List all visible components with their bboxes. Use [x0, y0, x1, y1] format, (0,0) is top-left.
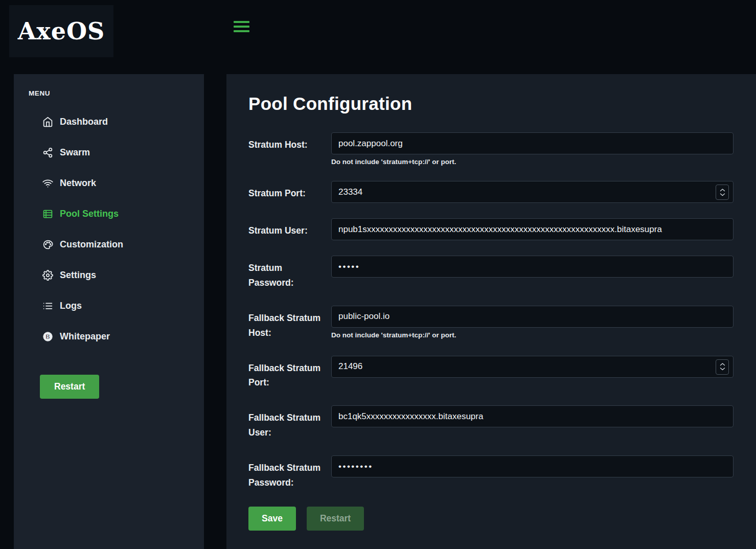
- form-row-stratum-host: Stratum Host: Do not include 'stratum+tc…: [248, 132, 734, 166]
- form-row-fallback-stratum-password: Fallback Stratum Password:: [248, 455, 734, 490]
- field-hint: Do not include 'stratum+tcp://' or port.: [331, 331, 734, 339]
- axeos-app: AxeOS MENU Dashboard Swarm: [0, 0, 756, 549]
- sidebar-item-label: Whitepaper: [60, 331, 110, 342]
- sidebar-item-settings[interactable]: Settings: [14, 260, 204, 290]
- sidebar-restart-button[interactable]: Restart: [40, 375, 99, 399]
- chevron-down-icon: [720, 368, 725, 371]
- sidebar-item-pool-settings[interactable]: Pool Settings: [14, 198, 204, 229]
- page-title: Pool Configuration: [248, 94, 734, 114]
- pool-configuration-form: Stratum Host: Do not include 'stratum+tc…: [248, 132, 734, 531]
- form-row-stratum-user: Stratum User:: [248, 218, 734, 240]
- list-icon: [42, 301, 53, 311]
- field-label: Fallback Stratum Host:: [248, 306, 331, 340]
- sidebar-item-label: Dashboard: [60, 117, 108, 127]
- form-row-fallback-stratum-user: Fallback Stratum User:: [248, 405, 734, 440]
- restart-button[interactable]: Restart: [307, 507, 364, 531]
- chevron-up-icon: [720, 363, 725, 366]
- table-icon: [42, 209, 53, 219]
- sidebar-nav: Dashboard Swarm Network Pool Settings: [14, 106, 204, 352]
- sidebar: MENU Dashboard Swarm Network: [14, 74, 204, 549]
- form-row-fallback-stratum-port: Fallback Stratum Port:: [248, 356, 734, 391]
- main-panel: Pool Configuration Stratum Host: Do not …: [226, 74, 756, 549]
- sidebar-item-label: Logs: [60, 301, 82, 311]
- chevron-down-icon: [720, 193, 725, 196]
- sidebar-item-label: Pool Settings: [60, 209, 119, 219]
- number-stepper[interactable]: [716, 185, 729, 200]
- save-button[interactable]: Save: [248, 507, 296, 531]
- field-label: Stratum User:: [248, 218, 331, 240]
- sidebar-item-label: Settings: [60, 270, 96, 281]
- logo: AxeOS: [9, 5, 113, 57]
- menu-section-label: MENU: [29, 89, 204, 97]
- logo-text: AxeOS: [18, 17, 105, 45]
- sidebar-item-swarm[interactable]: Swarm: [14, 137, 204, 168]
- stratum-user-input[interactable]: [331, 218, 734, 240]
- hamburger-icon: [234, 30, 249, 32]
- hamburger-icon: [234, 21, 249, 23]
- hamburger-icon: [234, 26, 249, 28]
- bitcoin-icon: B: [42, 331, 53, 342]
- form-actions: Save Restart: [248, 507, 734, 531]
- field-label: Stratum Password:: [248, 256, 331, 290]
- sidebar-item-logs[interactable]: Logs: [14, 290, 204, 321]
- form-row-stratum-password: Stratum Password:: [248, 256, 734, 290]
- sidebar-item-network[interactable]: Network: [14, 168, 204, 198]
- sidebar-item-label: Swarm: [60, 147, 90, 158]
- sidebar-item-customization[interactable]: Customization: [14, 229, 204, 260]
- sidebar-item-label: Network: [60, 178, 96, 189]
- sidebar-item-label: Customization: [60, 239, 123, 250]
- form-row-fallback-stratum-host: Fallback Stratum Host: Do not include 's…: [248, 306, 734, 340]
- menu-toggle-button[interactable]: [233, 19, 251, 34]
- fallback-stratum-port-input[interactable]: [331, 356, 734, 378]
- gear-icon: [42, 270, 53, 281]
- stratum-password-input[interactable]: [331, 256, 734, 278]
- share-nodes-icon: [42, 147, 53, 158]
- stratum-host-input[interactable]: [331, 132, 734, 154]
- home-icon: [42, 117, 53, 127]
- field-label: Fallback Stratum Port:: [248, 356, 331, 391]
- chevron-up-icon: [720, 189, 725, 192]
- stratum-port-input[interactable]: [331, 181, 734, 203]
- fallback-stratum-user-input[interactable]: [331, 405, 734, 427]
- field-label: Fallback Stratum User:: [248, 405, 331, 440]
- sidebar-item-whitepaper[interactable]: B Whitepaper: [14, 321, 204, 352]
- palette-icon: [42, 239, 53, 250]
- field-label: Fallback Stratum Password:: [248, 455, 331, 490]
- svg-text:B: B: [45, 333, 50, 340]
- form-row-stratum-port: Stratum Port:: [248, 181, 734, 203]
- fallback-stratum-host-input[interactable]: [331, 306, 734, 328]
- number-stepper[interactable]: [716, 359, 729, 375]
- wifi-icon: [42, 178, 53, 189]
- field-label: Stratum Host:: [248, 132, 331, 166]
- field-label: Stratum Port:: [248, 181, 331, 203]
- sidebar-item-dashboard[interactable]: Dashboard: [14, 106, 204, 137]
- fallback-stratum-password-input[interactable]: [331, 455, 734, 477]
- field-hint: Do not include 'stratum+tcp://' or port.: [331, 158, 734, 166]
